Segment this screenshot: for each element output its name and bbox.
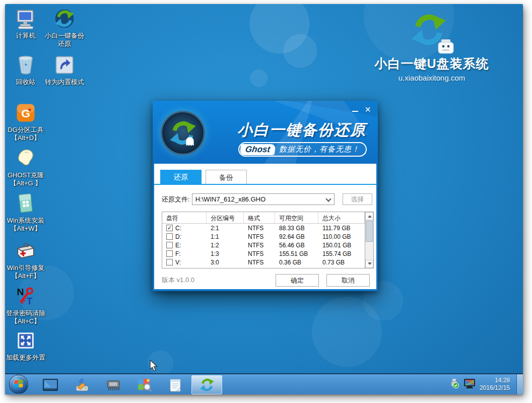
- shortcut-arrow-icon: [53, 53, 76, 77]
- backup-restore-dialog: × 小白一键备份还原 Ghost 数据无价，有备无患！ 还原 备份 还原文件: …: [153, 101, 378, 291]
- row-checkbox[interactable]: [166, 250, 173, 257]
- table-scrollbar[interactable]: [365, 212, 373, 268]
- desktop-icon-label: 加载更多外置: [6, 354, 45, 362]
- desktop-icon-label: 小白一键备份还原: [42, 32, 87, 48]
- cancel-button[interactable]: 取消: [326, 274, 370, 287]
- tabbar-underline: [154, 184, 376, 185]
- tray-date: 2016/12/15: [480, 384, 510, 392]
- table-cell: 0.36 GB: [275, 259, 318, 266]
- brand-logo-icon: [410, 11, 453, 53]
- desktop-icon-label: Win系统安装【Alt+W】: [5, 217, 48, 233]
- table-cell: NTFS: [244, 250, 275, 257]
- desktop-icon-load-more[interactable]: 加载更多外置: [5, 329, 48, 362]
- table-cell: 150.01 GB: [318, 242, 365, 249]
- taskbar-item-notepad[interactable]: [168, 377, 183, 392]
- drive-cell: D:: [162, 233, 207, 240]
- usb-tray-icon[interactable]: [448, 378, 459, 391]
- taskbar-item-capture-tool[interactable]: [137, 377, 152, 392]
- brand-title: 小白一键U盘装系统: [369, 55, 495, 72]
- desktop-icon-boot-repair[interactable]: Win引导修复【Alt+F】: [5, 239, 48, 280]
- taskbar-item-desktop-preview[interactable]: [43, 377, 58, 392]
- table-cell: 1:1: [207, 233, 244, 240]
- table-cell: 92.64 GB: [275, 233, 318, 240]
- restore-file-combobox[interactable]: H:\WIN7_612_x86.GHO: [192, 193, 335, 205]
- password-clear-icon: N T: [14, 285, 37, 308]
- desktop-icon-recycle-bin[interactable]: 回收站: [5, 53, 48, 86]
- table-cell: 88.33 GB: [275, 225, 318, 232]
- select-file-button[interactable]: 选择: [343, 193, 372, 205]
- table-row[interactable]: E:1:2NTFS56.46 GB150.01 GB: [162, 241, 365, 249]
- desktop-icon-win-install[interactable]: Win系统安装【Alt+W】: [5, 192, 48, 233]
- close-icon[interactable]: ×: [365, 106, 371, 114]
- partition-table-body: ✓C:2:1NTFS88.33 GB111.79 GBD:1:1NTFS92.6…: [162, 224, 365, 268]
- taskbar: 14:28 2016/12/15: [5, 373, 523, 394]
- slogan-text: 数据无价，有备无患！: [279, 145, 360, 154]
- table-cell: 110.00 GB: [318, 233, 365, 240]
- table-cell: 111.79 GB: [318, 225, 365, 232]
- ghost-icon: [14, 147, 37, 170]
- row-checkbox[interactable]: [166, 242, 173, 248]
- taskbar-item-xiaobai-active[interactable]: [191, 375, 222, 394]
- minimize-icon[interactable]: [352, 106, 359, 113]
- dialog-banner: × 小白一键备份还原 Ghost 数据无价，有备无患！: [153, 101, 378, 164]
- row-checkbox[interactable]: [166, 233, 173, 240]
- show-desktop-button[interactable]: [516, 374, 523, 394]
- header-free-space: 可用空间: [275, 212, 318, 223]
- svg-text:G: G: [21, 107, 30, 120]
- desktop-icon-label: 回收站: [16, 78, 36, 86]
- start-button[interactable]: [9, 375, 28, 394]
- mouse-cursor: [149, 360, 158, 374]
- table-row[interactable]: D:1:1NTFS92.64 GB110.00 GB: [162, 232, 365, 241]
- win-install-icon: [14, 192, 37, 215]
- row-checkbox[interactable]: ✓: [166, 225, 173, 231]
- display-tray-icon[interactable]: [463, 378, 476, 391]
- table-cell: 0.73 GB: [318, 259, 365, 266]
- taskbar-item-disk-cleaner[interactable]: [75, 377, 90, 392]
- drive-cell: ✓C:: [162, 225, 207, 232]
- desktop-icon-xiaobai-backup[interactable]: 小白一键备份还原: [42, 7, 87, 48]
- table-row[interactable]: ✓C:2:1NTFS88.33 GB111.79 GB: [162, 224, 365, 232]
- restore-file-label: 还原文件:: [162, 195, 190, 204]
- row-checkbox[interactable]: [166, 259, 173, 265]
- tab-backup[interactable]: 备份: [206, 170, 247, 184]
- desktop-icon-password-clear[interactable]: N T 登录密码清除【Alt+C】: [5, 285, 48, 325]
- desktop-icon-label: 登录密码清除【Alt+C】: [5, 309, 48, 325]
- table-cell: NTFS: [244, 242, 275, 249]
- desktop-icon-diskgenius[interactable]: G DG分区工具【Alt+D】: [5, 101, 48, 142]
- dialog-title: 小白一键备份还原: [237, 120, 366, 141]
- header-drive: 盘符: [162, 212, 207, 223]
- table-cell: 56.46 GB: [275, 242, 318, 249]
- table-row[interactable]: F:1:3NTFS155.51 GB155.74 GB: [162, 249, 365, 258]
- tray-time: 14:28: [480, 377, 510, 384]
- boot-repair-icon: [14, 239, 37, 262]
- scroll-down-icon[interactable]: [365, 260, 373, 268]
- table-cell: 155.74 GB: [318, 250, 365, 257]
- table-row[interactable]: V:3:0NTFS0.36 GB0.73 GB: [162, 258, 365, 266]
- desktop-icon-computer[interactable]: 计算机: [5, 7, 48, 40]
- scroll-thumb[interactable]: [366, 221, 373, 242]
- desktop-icon-label: GHOST克隆【Alt+G 】: [5, 171, 48, 187]
- xiaobai-backup-icon: [53, 7, 76, 30]
- svg-text:T: T: [27, 296, 33, 306]
- ok-button[interactable]: 确定: [276, 274, 319, 287]
- load-more-icon: [14, 329, 37, 352]
- partition-table: 盘符 分区编号 格式 可用空间 总大小 ✓C:2:1NTFS88.33 GB11…: [162, 212, 374, 268]
- desktop-icon-ghost-clone[interactable]: GHOST克隆【Alt+G 】: [5, 147, 48, 187]
- header-format: 格式: [244, 212, 275, 223]
- table-cell: NTFS: [244, 233, 275, 240]
- dialog-body: 还原 备份 还原文件: H:\WIN7_612_x86.GHO 选择 盘符 分区…: [154, 164, 376, 289]
- tab-restore[interactable]: 还原: [160, 170, 202, 184]
- table-cell: 155.51 GB: [275, 250, 318, 257]
- table-cell: 3:0: [207, 259, 244, 266]
- recycle-bin-icon: [14, 53, 37, 77]
- version-label: 版本 v1.0.0: [162, 276, 276, 285]
- partition-table-header: 盘符 分区编号 格式 可用空间 总大小: [162, 212, 373, 224]
- header-partition: 分区编号: [207, 212, 244, 223]
- chevron-down-icon: [325, 196, 331, 202]
- tray-clock[interactable]: 14:28 2016/12/15: [480, 377, 510, 392]
- dialog-logo-icon: [161, 111, 205, 155]
- taskbar-item-memory-tool[interactable]: [106, 377, 121, 392]
- desktop-icon-internal-mode[interactable]: 转为内置模式: [42, 53, 87, 86]
- table-cell: NTFS: [244, 259, 275, 266]
- scroll-up-icon[interactable]: [365, 212, 373, 220]
